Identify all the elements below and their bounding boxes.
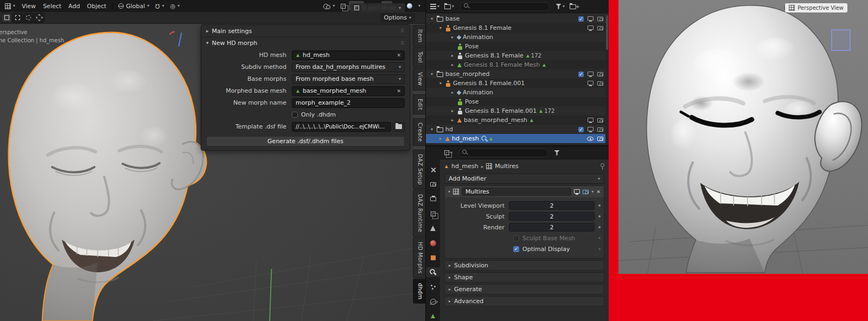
camera-icon[interactable] (597, 17, 603, 21)
screen-icon[interactable] (588, 118, 593, 122)
subpanel-generate[interactable]: ▸Generate (444, 284, 604, 294)
screen-icon[interactable] (588, 127, 593, 131)
sidebar-tab-tool[interactable]: Tool (413, 47, 425, 67)
props-tab-world[interactable] (426, 238, 440, 248)
hd-mesh-field[interactable]: hd_mesh ✕ (292, 50, 405, 60)
sidebar-tab-view[interactable]: View (413, 68, 425, 90)
transform-orientation-dropdown[interactable]: Global▾ (116, 1, 152, 11)
props-tab-view-layer[interactable] (426, 209, 440, 219)
decorator-dot[interactable] (598, 248, 601, 250)
outliner-editor-type-button[interactable]: ▾ (429, 4, 441, 9)
outliner-row-pose[interactable]: Pose (426, 42, 605, 51)
sidebar-tab-hd-morphs[interactable]: HD Morphs (413, 237, 425, 278)
base-morphs-dropdown[interactable]: From morphed base mesh ▾ (292, 74, 405, 84)
gizmo-dropdown[interactable]: ▾ (321, 1, 337, 11)
select-tweak-tool[interactable] (2, 13, 12, 23)
decorator-dot[interactable] (598, 237, 601, 239)
sidebar-tab-edit[interactable]: Edit (413, 94, 425, 114)
props-tab-scene[interactable] (426, 223, 440, 233)
file-browse-button[interactable] (393, 122, 405, 132)
checkbox-icon[interactable]: ✓ (578, 127, 584, 132)
checkbox-icon[interactable]: ✓ (578, 16, 584, 22)
disclosure-icon[interactable]: ▾ (429, 16, 435, 21)
mode-select[interactable]: Object Mode▾ (350, 3, 405, 12)
modifier-header[interactable]: ▾ Multires ▾ ✕ (445, 186, 604, 197)
subdiv-method-dropdown[interactable]: From daz_hd_morphs multires ▾ (292, 62, 405, 72)
sculpt-base-mesh-checkbox[interactable]: Sculpt Base Mesh (513, 233, 595, 243)
sidebar-tab-dhdm[interactable]: dhdm (413, 279, 425, 304)
props-tab-render[interactable] (426, 179, 440, 189)
clear-icon[interactable]: ✕ (397, 88, 401, 94)
camera-icon[interactable] (597, 137, 603, 141)
editor-type-button[interactable]: ▾ (2, 1, 18, 11)
drag-dots-icon[interactable]: ⠿ (400, 41, 405, 46)
subpanel-shape[interactable]: ▸Shape (444, 272, 604, 283)
screen-icon[interactable] (588, 81, 593, 85)
add-modifier-dropdown[interactable]: Add Modifier ▾ (444, 174, 604, 184)
screen-icon[interactable] (588, 25, 593, 30)
menu-view[interactable]: View (18, 1, 39, 11)
properties-search-input[interactable] (458, 149, 548, 157)
disclosure-icon[interactable]: ▸ (450, 53, 455, 58)
subpanel-advanced[interactable]: ▸Advanced (444, 296, 604, 306)
props-tab-physics[interactable] (426, 297, 440, 306)
image-empty-gizmo[interactable] (831, 29, 851, 51)
outliner-row-animation[interactable]: ▸ Animation (426, 33, 605, 42)
shading-rendered-button[interactable] (404, 1, 415, 11)
xray-toggle[interactable] (338, 1, 348, 11)
outliner-row-armature-001[interactable]: ▾ Genesis 8.1 Female.001 (426, 79, 605, 88)
outliner-filter-button[interactable]: ▾ (554, 4, 566, 9)
subpanel-subdivision[interactable]: ▸Subdivision (444, 260, 604, 271)
section-new-hd-morph[interactable]: ▾ New HD morph ⠿ (201, 37, 410, 49)
checkbox-icon[interactable]: ✓ (578, 72, 584, 77)
select-lasso-tool[interactable] (34, 13, 44, 23)
select-box-tool[interactable] (12, 13, 23, 23)
snap-toggle[interactable]: Ω▾ (152, 1, 167, 11)
sculpt-field[interactable]: 2 (509, 212, 595, 221)
menu-object[interactable]: Object (84, 1, 110, 11)
disclosure-icon[interactable]: ▸ (450, 90, 455, 95)
outliner-row-base-morphed-mesh[interactable]: ▸ base_morphed_mesh (426, 115, 605, 125)
camera-icon[interactable] (597, 118, 603, 123)
props-tab-particles[interactable] (426, 282, 440, 292)
outliner-row-collection-base-morphed[interactable]: ▾ base_morphed ✓ (426, 69, 605, 79)
level-viewport-field[interactable]: 2 (509, 201, 595, 210)
modifier-name-field[interactable]: Multires (462, 188, 571, 196)
props-tab-object[interactable] (426, 253, 440, 262)
new-morph-name-input[interactable]: morph_example_2 (292, 98, 405, 108)
generate-button[interactable]: Generate .dsf/.dhdm files (206, 136, 405, 146)
disclosure-icon[interactable]: ▸ (450, 118, 455, 123)
outliner-row-collection-hd[interactable]: ▾ hd ✓ (426, 125, 605, 134)
camera-icon[interactable] (597, 26, 603, 30)
delete-modifier-icon[interactable]: ✕ (596, 189, 601, 195)
proportional-edit-toggle[interactable]: ◎▾ (168, 1, 183, 11)
disclosure-icon[interactable]: ▸ (438, 136, 443, 141)
drag-dots-icon[interactable]: ⠿ (400, 28, 405, 34)
sidebar-tab-daz-setup[interactable]: DAZ Setup (413, 150, 425, 189)
scrollbar[interactable] (606, 15, 608, 50)
outliner-row-armature-data[interactable]: ▸ Genesis 8.1 Female 172 (426, 51, 605, 60)
sidebar-tab-daz-runtime[interactable]: DAZ Runtime (413, 190, 425, 237)
eye-icon[interactable] (587, 137, 593, 141)
options-dropdown[interactable]: Options▾ (380, 13, 415, 22)
reference-viewport[interactable]: Perspective View (618, 0, 868, 274)
menu-add[interactable]: Add (65, 1, 83, 11)
decorator-dot[interactable] (598, 204, 601, 207)
optimal-display-checkbox[interactable]: ✓ Optimal Display (513, 244, 595, 254)
only-dhdm-checkbox[interactable]: Only .dhdm (292, 111, 336, 118)
camera-icon[interactable] (597, 72, 603, 76)
outliner-search-input[interactable] (460, 2, 550, 11)
screen-icon[interactable] (588, 16, 593, 21)
outliner-row-mesh-data[interactable]: ▸ Genesis 8.1 Female Mesh (426, 60, 605, 69)
new-collection-button[interactable]: + (569, 3, 581, 9)
sidebar-tab-create[interactable]: Create (413, 118, 425, 146)
properties-filter-button[interactable] (553, 150, 561, 156)
screen-icon[interactable] (588, 72, 593, 76)
extras-dropdown-icon[interactable]: ▾ (591, 190, 593, 194)
select-circle-tool[interactable] (23, 13, 34, 23)
breadcrumb-object[interactable]: hd_mesh (451, 163, 478, 170)
outliner-row-hd-mesh-selected[interactable]: ▸ hd_mesh (426, 134, 605, 143)
camera-icon[interactable] (597, 81, 603, 86)
outliner-row-armature-data-001[interactable]: ▸ Genesis 8.1 Female.001 172 (426, 106, 605, 115)
disclosure-expanded-icon[interactable]: ▾ (448, 190, 450, 194)
